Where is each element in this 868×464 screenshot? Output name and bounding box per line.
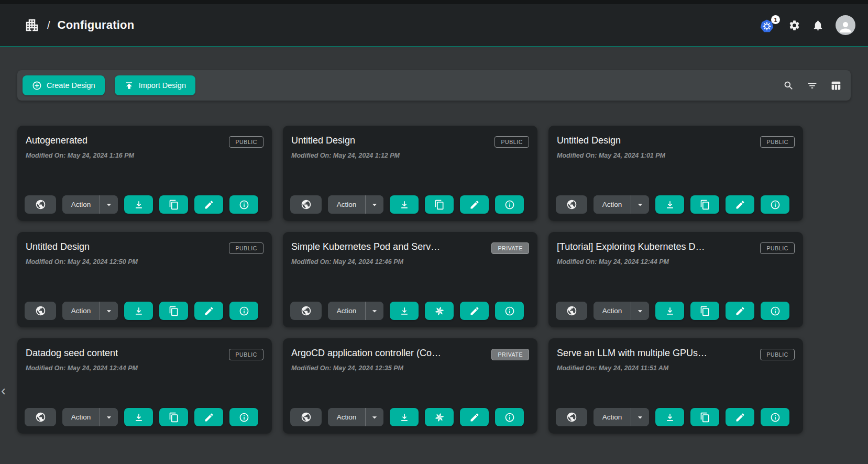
action-dropdown-button[interactable] xyxy=(631,408,649,426)
globe-icon xyxy=(301,412,312,423)
download-button[interactable] xyxy=(124,302,153,320)
info-button[interactable] xyxy=(495,195,524,214)
clone-icon xyxy=(434,200,445,210)
pencil-icon xyxy=(735,200,745,210)
clone-button[interactable] xyxy=(425,195,454,214)
download-button[interactable] xyxy=(124,408,153,426)
action-dropdown-button[interactable] xyxy=(366,302,383,320)
action-dropdown-button[interactable] xyxy=(631,302,649,320)
kubernetes-connection-button[interactable]: 1 xyxy=(759,17,777,34)
edit-button[interactable] xyxy=(460,302,489,320)
design-card: [Tutorial] Exploring Kubernetes D… PUBLI… xyxy=(548,232,803,327)
settings-button[interactable] xyxy=(788,19,800,31)
clone-button[interactable] xyxy=(690,195,719,214)
clone-button[interactable] xyxy=(159,195,188,214)
modified-timestamp: Modified On: May 24, 2024 1:16 PM xyxy=(26,152,263,159)
action-button[interactable]: Action xyxy=(328,195,365,214)
action-split-button: Action xyxy=(594,408,649,426)
info-button[interactable] xyxy=(495,302,524,320)
action-button[interactable]: Action xyxy=(62,195,100,214)
download-button[interactable] xyxy=(390,195,419,214)
search-button[interactable] xyxy=(783,80,794,91)
visibility-globe-button[interactable] xyxy=(25,302,56,320)
clone-button[interactable] xyxy=(159,408,188,426)
visibility-globe-button[interactable] xyxy=(290,195,322,214)
edit-button[interactable] xyxy=(460,195,489,214)
info-button[interactable] xyxy=(495,408,524,426)
info-icon xyxy=(504,412,515,423)
action-button[interactable]: Action xyxy=(594,408,631,426)
action-button[interactable]: Action xyxy=(328,302,365,320)
visibility-globe-button[interactable] xyxy=(25,195,56,214)
clone-button[interactable] xyxy=(690,408,719,426)
edit-button[interactable] xyxy=(194,302,223,320)
info-button[interactable] xyxy=(229,195,258,214)
card-header: Datadog seed content PUBLIC xyxy=(26,348,263,360)
info-button[interactable] xyxy=(229,408,258,426)
download-button[interactable] xyxy=(655,195,684,214)
info-button[interactable] xyxy=(761,302,789,320)
notifications-button[interactable] xyxy=(812,19,824,31)
visibility-globe-button[interactable] xyxy=(290,302,322,320)
edit-button[interactable] xyxy=(726,195,754,214)
pencil-icon xyxy=(735,306,745,316)
visibility-globe-button[interactable] xyxy=(556,408,587,426)
download-button[interactable] xyxy=(390,302,419,320)
action-dropdown-button[interactable] xyxy=(366,195,383,214)
edit-button[interactable] xyxy=(726,302,754,320)
pencil-icon xyxy=(469,412,480,423)
create-design-button[interactable]: Create Design xyxy=(23,75,105,95)
visibility-badge: PUBLIC xyxy=(495,136,529,148)
edit-button[interactable] xyxy=(194,195,223,214)
download-button[interactable] xyxy=(655,302,684,320)
clone-button[interactable] xyxy=(690,302,719,320)
globe-icon xyxy=(566,199,577,210)
clone-button[interactable] xyxy=(425,408,454,426)
action-button[interactable]: Action xyxy=(62,408,100,426)
action-split-button: Action xyxy=(594,195,649,214)
designs-toolbar: Create Design Import Design xyxy=(17,70,851,101)
user-avatar[interactable] xyxy=(836,15,855,35)
download-button[interactable] xyxy=(390,408,419,426)
visibility-globe-button[interactable] xyxy=(290,408,322,426)
download-button[interactable] xyxy=(655,408,684,426)
action-button[interactable]: Action xyxy=(62,302,100,320)
action-dropdown-button[interactable] xyxy=(366,408,383,426)
design-card: ArgoCD application controller (Co… PRIVA… xyxy=(283,338,537,434)
swirl-icon xyxy=(434,412,445,423)
edit-button[interactable] xyxy=(726,408,754,426)
action-button[interactable]: Action xyxy=(594,302,631,320)
action-dropdown-button[interactable] xyxy=(631,195,649,214)
edit-button[interactable] xyxy=(460,408,489,426)
table-view-button[interactable] xyxy=(830,80,841,91)
modified-timestamp: Modified On: May 24, 2024 12:44 PM xyxy=(26,364,263,372)
action-dropdown-button[interactable] xyxy=(100,408,118,426)
info-button[interactable] xyxy=(761,195,789,214)
visibility-globe-button[interactable] xyxy=(556,302,587,320)
visibility-globe-button[interactable] xyxy=(25,408,56,426)
visibility-globe-button[interactable] xyxy=(556,195,587,214)
action-button[interactable]: Action xyxy=(594,195,631,214)
drawer-collapse-icon[interactable]: ‹ xyxy=(1,384,6,398)
apartment-icon[interactable] xyxy=(24,17,40,33)
design-title: [Tutorial] Exploring Kubernetes D… xyxy=(557,241,705,252)
import-icon xyxy=(124,81,134,91)
download-button[interactable] xyxy=(124,195,153,214)
clone-button[interactable] xyxy=(159,302,188,320)
design-title: ArgoCD application controller (Co… xyxy=(291,348,441,359)
edit-button[interactable] xyxy=(194,408,223,426)
clone-button[interactable] xyxy=(425,302,454,320)
action-dropdown-button[interactable] xyxy=(100,302,118,320)
info-button[interactable] xyxy=(229,302,258,320)
info-icon xyxy=(770,200,781,210)
card-header: Untitled Design PUBLIC xyxy=(291,135,529,148)
action-button[interactable]: Action xyxy=(328,408,365,426)
action-split-button: Action xyxy=(594,302,649,320)
action-dropdown-button[interactable] xyxy=(100,195,118,214)
chevron-down-icon xyxy=(369,412,380,423)
info-icon xyxy=(504,306,515,316)
filter-button[interactable] xyxy=(807,80,818,91)
info-button[interactable] xyxy=(761,408,789,426)
import-design-button[interactable]: Import Design xyxy=(115,75,195,95)
globe-icon xyxy=(566,305,577,316)
